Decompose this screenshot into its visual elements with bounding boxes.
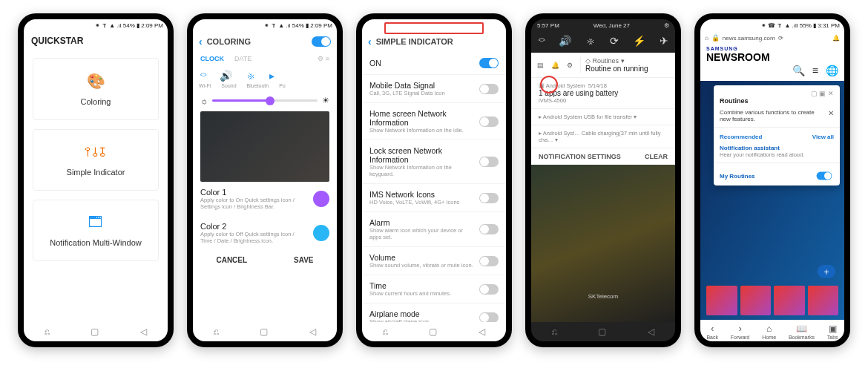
save-button[interactable]: SAVE [294,256,314,264]
row-home-network[interactable]: Home screen Network InformationShow Netw… [362,103,506,140]
back-chevron-icon[interactable]: ‹ [368,36,372,47]
row-toggle[interactable] [479,193,499,203]
notif-body: iVMS-4500 [539,97,668,104]
master-toggle[interactable] [312,36,331,47]
clear-button[interactable]: CLEAR [645,153,668,160]
gear-icon[interactable]: ⚙ ≡ [318,55,329,62]
url-text: news.samsung.com [723,35,775,42]
row-alarm[interactable]: AlarmShow alarm icon which your device o… [362,212,506,247]
back-icon[interactable]: ◁ [648,326,654,337]
card-simple-indicator[interactable]: ⫯⫰⫱ Simple Indicator [33,129,159,191]
home-icon[interactable]: ▢ [429,326,437,337]
status-bar: ⁕ ⫪ ▲ .ıl 54% ▮ 2:09 PM [24,19,168,31]
sound-label: Sound [221,83,236,88]
back-button[interactable]: ‹Back [706,324,718,340]
sound-icon[interactable]: 🔊 [220,70,232,82]
cancel-button[interactable]: CANCEL [216,256,247,264]
card-coloring[interactable]: 🎨 Coloring [33,58,159,120]
bluetooth-icon[interactable]: ⨳ [585,35,596,47]
settings-icon[interactable]: ⚙ [664,22,669,29]
home-icon[interactable]: ⌂ [705,35,708,42]
color1-swatch[interactable] [313,191,329,207]
close-icon[interactable]: ✕ [828,109,834,117]
master-on-row[interactable]: ON [362,52,506,75]
home-icon[interactable]: ▢ [91,326,99,337]
home-icon[interactable]: ▢ [260,326,268,337]
bell-icon[interactable]: 🔔 [551,62,559,69]
qs-icons: ⌔ 🔊 ⨳ ▸ [193,65,337,83]
notif-title: 1 apps are using battery [539,89,668,97]
card[interactable] [808,286,839,315]
color2-row[interactable]: Color 2 Apply color to Off Quick setting… [193,216,337,250]
row-toggle[interactable] [479,256,499,266]
notif-charging[interactable]: ▸ Android Syst… Cable charging(37 min un… [531,125,675,148]
notif-badge[interactable]: 🔔 [832,35,840,42]
highlight-panel-icon [540,76,558,93]
search-icon[interactable]: 🔍 [792,65,805,76]
home-button[interactable]: ⌂Home [762,324,776,340]
row-airplane[interactable]: Airplane modeShow aircraft plane icon. [362,303,506,322]
recent-icon[interactable]: ⎌ [45,326,50,337]
my-routines-toggle[interactable] [817,171,832,180]
bookmarks-button[interactable]: 📖Bookmarks [789,324,815,340]
home-icon: ⌂ [766,324,772,334]
wifi-icon[interactable]: ⌔ [200,70,206,82]
row-ims[interactable]: IMS Network IconsHD Voice, VoLTE, VoWifi… [362,184,506,212]
flash-icon[interactable]: ⚡ [633,35,645,47]
my-routines-label: My Routines [720,173,755,180]
card[interactable] [774,286,805,315]
gear-icon[interactable]: ⚙ [567,62,573,69]
row-toggle[interactable] [479,84,499,94]
color2-label: Color 2 [200,222,307,231]
tab-clock[interactable]: CLOCK [200,55,224,62]
recent-icon[interactable]: ⎌ [214,326,219,337]
rotate-icon[interactable]: ⟳ [610,35,619,47]
row-toggle[interactable] [479,157,499,167]
sound-icon[interactable]: 🔊 [559,35,571,47]
popup-item[interactable]: Notification assistant [720,145,834,151]
wifi-icon[interactable]: ⌔ [539,35,545,47]
viewall-link[interactable]: View all [812,134,834,140]
row-toggle[interactable] [479,312,499,323]
on-toggle[interactable] [479,58,499,68]
row-time[interactable]: TimeShow current hours and minutes. [362,275,506,303]
card-notif-multiwindow[interactable]: 🗔 Notification Multi-Window [33,200,159,261]
card[interactable] [706,286,737,315]
color2-swatch[interactable] [313,225,329,241]
reload-icon[interactable]: ⟳ [778,35,783,42]
forward-button[interactable]: ›Forward [731,324,750,340]
notif-usb[interactable]: ▸ Android System USB for file transfer ▾ [531,109,675,125]
power-icon[interactable]: ▸ [269,70,274,82]
indicator-icon: ⫯⫰⫱ [85,143,107,160]
row-volume[interactable]: VolumeShow sound volume, vibrate or mute… [362,247,506,275]
brightness-slider[interactable]: ☼ ☀ [193,93,337,111]
row-toggle[interactable] [479,224,499,234]
bluetooth-icon[interactable]: ⨳ [246,70,256,82]
color1-sub: Apply color to On Quick settings icon / … [200,197,307,210]
back-icon[interactable]: ◁ [309,326,316,337]
shade-time: 5:57 PM [537,22,559,29]
row-toggle[interactable] [479,284,499,295]
recent-icon[interactable]: ⎌ [552,326,557,337]
panel-tab-icon[interactable]: ▤ [537,62,544,69]
back-icon[interactable]: ◁ [479,326,485,337]
card-label: Simple Indicator [67,168,125,177]
row-mobile-data[interactable]: Mobile Data SignalCall, 3G, LTE Signal D… [362,75,506,103]
address-bar[interactable]: ⌂ 🔒 news.samsung.com ⟳ 🔔 [700,31,844,45]
tabs-button[interactable]: ▣Tabs [827,324,838,340]
back-chevron-icon[interactable]: ‹ [199,36,203,47]
row-lock-network[interactable]: Lock screen Network InformationShow Netw… [362,140,506,184]
airplane-icon[interactable]: ✈ [660,35,668,47]
back-icon[interactable]: ◁ [140,326,147,337]
menu-icon[interactable]: ≡ [812,65,818,76]
home-icon[interactable]: ▢ [598,326,606,337]
recent-icon[interactable]: ⎌ [383,326,388,337]
add-button[interactable]: ＋ [818,265,835,278]
tab-date[interactable]: DATE [234,55,251,62]
color1-row[interactable]: Color 1 Apply color to On Quick settings… [193,182,337,216]
globe-icon[interactable]: 🌐 [826,65,838,76]
quick-settings: ⌔ 🔊 ⨳ ⟳ ⚡ ✈ [531,32,675,53]
row-toggle[interactable] [479,116,499,127]
notification-settings-button[interactable]: NOTIFICATION SETTINGS [539,153,621,160]
card[interactable] [740,286,772,315]
